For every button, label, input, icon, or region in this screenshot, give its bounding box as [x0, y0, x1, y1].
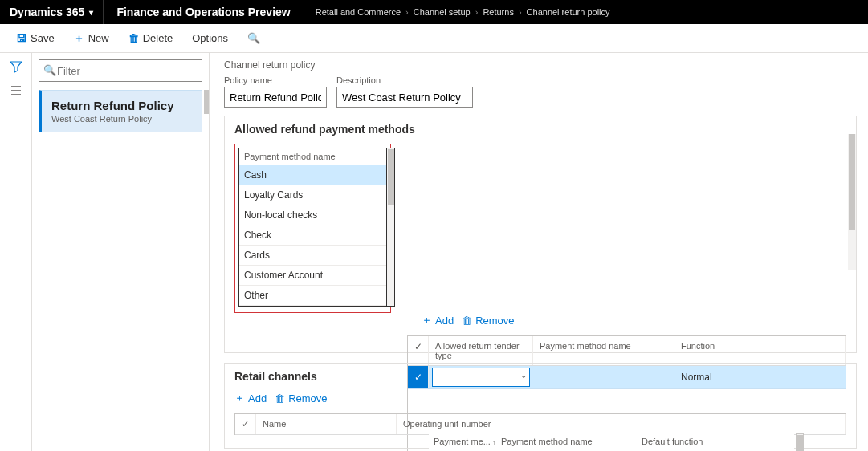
scrollbar[interactable] [848, 134, 856, 270]
breadcrumb-item[interactable]: Channel setup [414, 7, 471, 17]
col-tender-type[interactable]: Allowed return tender type [429, 336, 533, 365]
filter-icon[interactable] [9, 59, 23, 74]
save-label: Save [31, 32, 55, 44]
chevron-right-icon: › [475, 7, 479, 17]
scrollbar[interactable] [796, 433, 804, 451]
grid-header: ✓ Allowed return tender type Payment met… [408, 336, 846, 366]
remove-label: Remove [475, 315, 514, 327]
pm-row[interactable]: Non-local checks [239, 205, 386, 226]
policy-name-input[interactable] [224, 87, 327, 108]
chevron-right-icon: › [405, 7, 409, 17]
dropdown-header: Payment me...↑ Payment method name Defau… [429, 433, 794, 451]
app-switcher[interactable]: Dynamics 365 ▾ [0, 0, 104, 24]
col-payment-method[interactable]: Payment method name [533, 336, 674, 365]
pm-row[interactable]: Cash [239, 165, 386, 185]
select-all-checkbox[interactable]: ✓ [235, 414, 256, 434]
header-fields: Policy name Description [224, 75, 857, 108]
command-bar: 🖫 Save ＋ New 🗑 Delete Options 🔍 [0, 24, 868, 53]
content-caption: Channel return policy [224, 59, 857, 71]
plus-icon: ＋ [234, 391, 245, 405]
delete-button[interactable]: 🗑 Delete [120, 27, 181, 49]
add-label: Add [435, 315, 454, 327]
remove-button[interactable]: 🗑Remove [462, 313, 514, 327]
select-all-checkbox[interactable]: ✓ [408, 336, 429, 365]
breadcrumb-item[interactable]: Retail and Commerce [316, 7, 401, 17]
policy-name-label: Policy name [224, 75, 327, 85]
list-item-subtitle: West Coast Return Policy [51, 114, 193, 124]
pm-row[interactable]: Check [239, 226, 386, 246]
new-label: New [88, 32, 109, 44]
save-button[interactable]: 🖫 Save [8, 27, 63, 49]
pm-row[interactable]: Cards [239, 246, 386, 266]
payment-methods-table: Payment method name Cash Loyalty Cards N… [238, 148, 387, 307]
main-area: 🔍 Return Refund Policy West Coast Return… [0, 53, 868, 451]
add-button[interactable]: ＋Add [422, 313, 454, 327]
grid-header: ✓ Name Operating unit number [235, 414, 846, 435]
scrollbar[interactable] [387, 148, 395, 307]
new-button[interactable]: ＋ New [66, 26, 117, 51]
chevron-right-icon: › [519, 7, 522, 17]
dd-col-label: Payment me... [434, 437, 491, 446]
content-pane: Channel return policy Policy name Descri… [209, 53, 868, 451]
add-label: Add [248, 392, 267, 404]
search-icon: 🔍 [43, 64, 56, 76]
policy-name-field: Policy name [224, 75, 327, 108]
breadcrumb-item[interactable]: Channel return policy [527, 7, 610, 17]
breadcrumb: Retail and Commerce › Channel setup › Re… [304, 7, 610, 17]
highlight-box: Payment method name Cash Loyalty Cards N… [234, 144, 391, 313]
retail-channels-grid: ✓ Name Operating unit number [234, 413, 846, 435]
trash-icon: 🗑 [128, 32, 139, 44]
page-title: Finance and Operations Preview [104, 0, 304, 24]
remove-button[interactable]: 🗑Remove [275, 391, 327, 405]
tender-type-dropdown-panel: Payment me...↑ Payment method name Defau… [429, 433, 794, 451]
list-item-title: Return Refund Policy [51, 99, 193, 112]
list-item-policy[interactable]: Return Refund Policy West Coast Return P… [39, 90, 202, 132]
pm-row[interactable]: Loyalty Cards [239, 185, 386, 205]
sort-asc-icon: ↑ [492, 438, 496, 446]
save-icon: 🖫 [16, 32, 26, 44]
search-button[interactable]: 🔍 [239, 27, 268, 49]
scrollbar-thumb[interactable] [388, 149, 394, 205]
list-icon[interactable] [9, 83, 23, 98]
filter-input[interactable] [39, 59, 202, 82]
plus-icon: ＋ [74, 31, 84, 46]
scrollbar-thumb[interactable] [849, 134, 855, 230]
chevron-down-icon: ▾ [89, 8, 93, 17]
dd-col-pm-name[interactable]: Payment method name [501, 437, 642, 446]
section-refund-methods: Allowed refund payment methods Payment m… [224, 116, 857, 353]
trash-icon: 🗑 [462, 315, 472, 327]
trash-icon: 🗑 [275, 392, 285, 404]
col-name[interactable]: Name [256, 414, 397, 434]
dd-col-default-fn[interactable]: Default function [642, 437, 794, 446]
pm-row[interactable]: Other [239, 286, 386, 306]
app-name-label: Dynamics 365 [10, 6, 84, 18]
dd-col-pm-number[interactable]: Payment me...↑ [429, 437, 501, 446]
add-button[interactable]: ＋Add [234, 391, 267, 405]
description-input[interactable] [336, 87, 473, 108]
options-label: Options [192, 32, 228, 44]
description-label: Description [336, 75, 473, 85]
search-icon: 🔍 [247, 32, 260, 44]
col-operating-unit[interactable]: Operating unit number [397, 414, 846, 434]
section-title: Allowed refund payment methods [234, 123, 846, 136]
top-bar: Dynamics 365 ▾ Finance and Operations Pr… [0, 0, 868, 24]
col-function[interactable]: Function [674, 336, 846, 365]
description-field: Description [336, 75, 473, 108]
plus-icon: ＋ [422, 313, 432, 327]
filter-wrap: 🔍 [39, 59, 202, 82]
section-title: Retail channels [234, 370, 846, 383]
options-button[interactable]: Options [184, 27, 236, 49]
breadcrumb-item[interactable]: Returns [483, 7, 514, 17]
grid-toolbar: ＋Add 🗑Remove [234, 391, 846, 405]
pm-row[interactable]: Customer Account [239, 266, 386, 286]
left-rail [0, 53, 32, 451]
scrollbar-thumb[interactable] [797, 435, 804, 451]
grid-toolbar: ＋Add 🗑Remove [422, 313, 846, 327]
delete-label: Delete [143, 32, 173, 44]
list-pane: 🔍 Return Refund Policy West Coast Return… [32, 53, 209, 451]
pm-col-header[interactable]: Payment method name [239, 148, 386, 165]
remove-label: Remove [288, 392, 327, 404]
